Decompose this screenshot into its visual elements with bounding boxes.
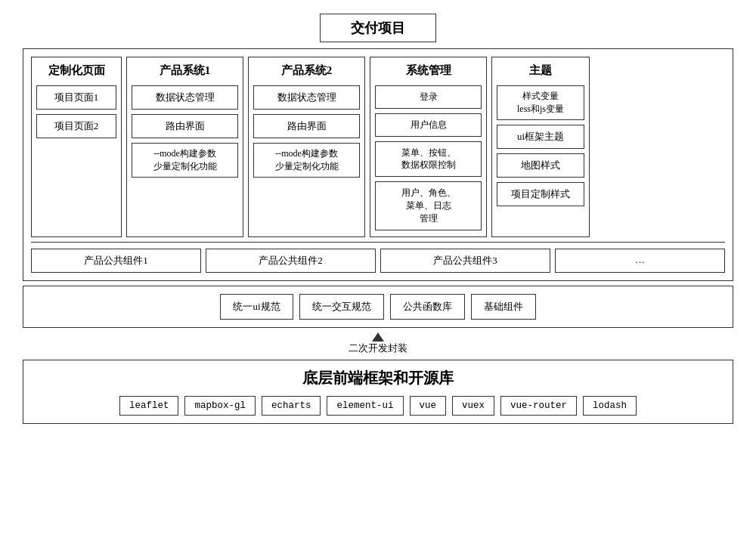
- mid-item-2: 统一交互规范: [299, 294, 384, 320]
- col-product2-title: 产品系统2: [281, 63, 333, 78]
- product1-item-1: 数据状态管理: [132, 85, 238, 110]
- sysadmin-item-3: 菜单、按钮、数据权限控制: [375, 141, 482, 178]
- lib-lodash: lodash: [583, 396, 637, 416]
- col-custom: 定制化页面 项目页面1 项目页面2: [31, 57, 122, 237]
- theme-item-3: 地图样式: [497, 153, 584, 178]
- lib-elementui: element-ui: [327, 396, 403, 416]
- mid-item-4: 基础组件: [471, 294, 536, 320]
- product2-item-3: --mode构建参数少量定制化功能: [253, 143, 360, 178]
- product2-item-2: 路由界面: [253, 114, 360, 138]
- arrow-up-icon: [372, 332, 384, 342]
- lib-leaflet: leaflet: [119, 396, 179, 416]
- pub-comp-1: 产品公共组件1: [31, 249, 201, 273]
- col-product2: 产品系统2 数据状态管理 路由界面 --mode构建参数少量定制化功能: [248, 57, 365, 237]
- custom-item-2: 项目页面2: [36, 114, 116, 138]
- theme-item-2: ui框架主题: [497, 125, 584, 149]
- custom-item-1: 项目页面1: [36, 85, 116, 110]
- product2-item-1: 数据状态管理: [253, 85, 360, 110]
- pub-comp-ellipsis: …: [555, 249, 725, 273]
- lib-vue-router: vue-router: [500, 396, 577, 416]
- pub-comp-2: 产品公共组件2: [206, 249, 376, 273]
- diagram: 交付项目 定制化页面 项目页面1 项目页面2 产品系统1 数据状态管理 路由界面…: [15, 8, 741, 536]
- lib-vuex: vuex: [452, 396, 494, 416]
- bottom-libs: leaflet mapbox-gl echarts element-ui vue…: [34, 396, 722, 416]
- lib-echarts: echarts: [262, 396, 321, 416]
- arrow-area: 二次开发封装: [349, 332, 407, 355]
- product1-item-2: 路由界面: [132, 114, 238, 138]
- col-product1: 产品系统1 数据状态管理 路由界面 --mode构建参数少量定制化功能: [126, 57, 243, 237]
- mid-item-3: 公共函数库: [390, 294, 465, 320]
- main-box: 定制化页面 项目页面1 项目页面2 产品系统1 数据状态管理 路由界面 --mo…: [23, 48, 733, 281]
- col-product1-title: 产品系统1: [160, 63, 211, 78]
- middle-box: 统一ui规范 统一交互规范 公共函数库 基础组件: [23, 286, 733, 328]
- col-custom-title: 定制化页面: [48, 63, 105, 78]
- col-theme-title: 主题: [529, 63, 552, 78]
- product1-item-3: --mode构建参数少量定制化功能: [132, 143, 238, 178]
- col-sysadmin-title: 系统管理: [406, 63, 451, 78]
- col-theme: 主题 样式变量less和js变量 ui框架主题 地图样式 项目定制样式: [491, 57, 590, 237]
- col-sysadmin: 系统管理 登录 用户信息 菜单、按钮、数据权限控制 用户、角色、菜单、日志管理: [370, 57, 487, 237]
- sysadmin-item-4: 用户、角色、菜单、日志管理: [375, 181, 482, 230]
- top-label: 交付项目: [320, 14, 436, 42]
- theme-item-1: 样式变量less和js变量: [497, 85, 584, 120]
- lib-mapbox: mapbox-gl: [184, 396, 256, 416]
- sysadmin-item-2: 用户信息: [375, 113, 482, 137]
- theme-item-4: 项目定制样式: [497, 182, 584, 206]
- lib-vue: vue: [410, 396, 447, 416]
- arrow-label-text: 二次开发封装: [349, 342, 407, 355]
- top-section: 定制化页面 项目页面1 项目页面2 产品系统1 数据状态管理 路由界面 --mo…: [31, 57, 725, 237]
- bottom-title: 底层前端框架和开源库: [34, 368, 722, 388]
- pub-comp-3: 产品公共组件3: [380, 249, 550, 273]
- arrow-label: 二次开发封装: [349, 342, 407, 355]
- public-components: 产品公共组件1 产品公共组件2 产品公共组件3 …: [31, 242, 725, 273]
- sysadmin-item-1: 登录: [375, 85, 482, 109]
- bottom-box: 底层前端框架和开源库 leaflet mapbox-gl echarts ele…: [23, 360, 733, 424]
- mid-item-1: 统一ui规范: [220, 294, 293, 320]
